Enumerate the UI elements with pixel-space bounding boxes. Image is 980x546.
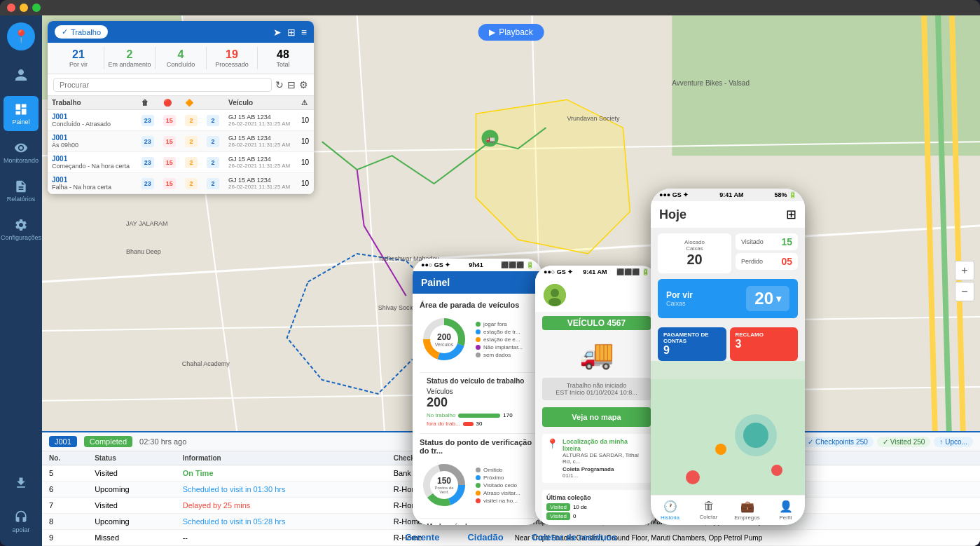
close-btn[interactable] — [7, 4, 15, 12]
work-panel-stats: 21 Por vir 2 Em andamento 4 Concluído — [48, 43, 314, 74]
panel-phone-status: ●●○ GS ✦ Painel 9h41 ⬛⬛⬛ 🔋 — [413, 259, 542, 271]
reclam-card[interactable]: RECLAMO 3 — [730, 327, 799, 361]
svg-point-42 — [715, 444, 726, 455]
map-controls: + − — [955, 261, 974, 301]
sidebar: 📍 Painel Monitorando Relatórios Configur… — [0, 15, 42, 546]
sidebar-item-config[interactable]: Configurações — [4, 212, 39, 247]
col-red: 🔴 — [159, 96, 181, 110]
svg-text:Bhanu Deep: Bhanu Deep — [126, 248, 161, 255]
settings-icon[interactable]: ⚙ — [299, 79, 308, 90]
perdido-card: Perdido 05 — [736, 253, 798, 270]
refresh-icon[interactable]: ↻ — [275, 79, 284, 90]
vehicle-phone: ●●○ GS ✦ 9:41 AM ⬛⬛⬛ 🔋 — [535, 266, 658, 525]
navigation-icon[interactable]: ➤ — [273, 27, 282, 38]
sidebar-item-relatorios[interactable]: Relatórios — [4, 173, 39, 208]
payment-card[interactable]: PAGAMENTO DE CONTAS 9 — [658, 327, 726, 361]
work-panel-table-head: Trabalho 🗑 🔴 🔶 Veículo ⚠ — [48, 96, 314, 110]
sidebar-label-painel: Painel — [12, 118, 29, 125]
sidebar-label-relatorios: Relatórios — [7, 196, 36, 203]
job-status: Concluído - Atrasado — [52, 121, 133, 128]
today-title: Hoje — [659, 207, 686, 222]
gerente-label: Gerente — [405, 532, 439, 542]
vehicle-header — [535, 278, 658, 312]
checkpoints-chip: ✓ Checkpoints 250 — [802, 437, 874, 447]
mac-window: 📍 Painel Monitorando Relatórios Configur… — [0, 0, 980, 546]
col-info: Information — [176, 451, 387, 465]
donut-container-2: 150 Pontos deVerif. Omitido Próximo Visi… — [420, 460, 535, 510]
vehicle-work-status: Status do veículo de trabalho Veículos 2… — [420, 372, 535, 433]
col-status: Status — [88, 451, 176, 465]
donut-center-2: 150 Pontos deVerif. — [434, 476, 453, 494]
info-chips: ✓ Checkpoints 250 ✓ Visited 250 ↑ Upco..… — [802, 437, 973, 447]
work-not-started: Trabalho não iniciado EST Início 01/10/2… — [542, 378, 651, 400]
today-stats: Alocado Caixas 20 Visitado 15 Per — [651, 228, 805, 279]
sidebar-label-apoiar: apoiar — [12, 526, 29, 533]
sidebar-item-upload[interactable] — [4, 465, 39, 500]
table-row[interactable]: J001 Falha - Na hora certa 23 15 2 2 GJ … — [48, 173, 314, 194]
nav-empregos[interactable]: 💼 Empregos — [728, 496, 766, 525]
por-vir-card: Por vir Caixas 20 ▾ — [658, 279, 798, 318]
search-input[interactable] — [53, 78, 272, 92]
location-info: 📍 Localização da minha lixeira ALTURAS D… — [542, 434, 651, 483]
coletor-label: Coletor de resíduos — [532, 532, 617, 542]
donut-center: 200 Veículos — [435, 332, 453, 347]
job-id-badge: J001 — [49, 436, 77, 447]
payment-cards: PAGAMENTO DE CONTAS 9 RECLAMO 3 — [651, 327, 805, 361]
legend-2: Omitido Próximo Visitado cedo Atraso vis… — [476, 467, 520, 504]
donut-chart-2: 150 Pontos deVerif. — [420, 460, 469, 510]
svg-text:Avventure Bikes - Valsad: Avventure Bikes - Valsad — [672, 79, 750, 87]
today-header: Hoje ⊞ — [651, 201, 805, 228]
work-panel-header: ✓ Trabalho ➤ ⊞ ≡ — [48, 21, 314, 43]
nav-historia[interactable]: 🕐 História — [651, 496, 689, 525]
zoom-out-button[interactable]: − — [955, 282, 974, 301]
sidebar-item-user[interactable] — [4, 57, 39, 93]
panel-phone: ●●○ GS ✦ Painel 9h41 ⬛⬛⬛ 🔋 Painel Área d… — [413, 259, 542, 525]
app-container: 📍 Painel Monitorando Relatórios Configur… — [0, 15, 980, 546]
vehicle-icon: 🚛 — [546, 521, 560, 525]
table-row[interactable]: J001 Concluído - Atrasado 23 15 2 2 GJ 1… — [48, 110, 314, 131]
filter-icon[interactable]: ⊟ — [287, 79, 296, 90]
table-row[interactable]: J001 Começando - Na hora certa 23 15 2 2… — [48, 152, 314, 173]
jobs-icon: 💼 — [740, 500, 754, 513]
view-on-map-btn[interactable]: Veja no mapa — [542, 407, 651, 427]
sidebar-item-monitorando[interactable]: Monitorando — [4, 135, 39, 170]
work-panel: ✓ Trabalho ➤ ⊞ ≡ 21 Por vir — [48, 21, 314, 194]
minimize-btn[interactable] — [20, 4, 28, 12]
visitado-card: Visitado 15 — [736, 233, 798, 250]
grid-icon[interactable]: ⊞ — [287, 27, 296, 38]
playback-label: Playback — [499, 27, 533, 37]
checkpoint-status-title: Status do ponto de verificação do tr... — [420, 438, 535, 455]
nav-perfil[interactable]: 👤 Perfil — [766, 496, 805, 525]
work-panel-search: ↻ ⊟ ⚙ — [48, 74, 314, 96]
job-id: J001 — [52, 113, 133, 121]
sidebar-item-apoiar[interactable]: apoiar — [4, 504, 39, 539]
sidebar-item-painel[interactable]: Painel — [4, 96, 39, 131]
stat-total: 48 Total — [259, 47, 307, 69]
panel-content: Área de parada de veículos — [413, 294, 542, 525]
vehicle-id-badge: VEÍCULO 4567 — [542, 316, 651, 330]
zoom-in-button[interactable]: + — [955, 261, 974, 280]
vehicle-screen: VEÍCULO 4567 🚚 Trabalho não iniciado EST… — [535, 278, 658, 525]
mobile-screens: ●●○ GS ✦ Painel 9h41 ⬛⬛⬛ 🔋 Painel Área d… — [413, 189, 805, 525]
upcoming-chip: ↑ Upco... — [934, 437, 973, 447]
today-phone-status: ●●● GS ✦ 9:41 AM 58% 🔋 — [651, 189, 805, 201]
table-row[interactable]: J001 Às 09h00 23 15 2 2 GJ 15 AB 1234 26… — [48, 131, 314, 152]
stat-processado: 19 Processado — [208, 47, 256, 69]
work-panel-table: Trabalho 🗑 🔴 🔶 Veículo ⚠ J001 — [48, 96, 314, 194]
visited-badge: Visited — [546, 503, 570, 511]
list-icon[interactable]: ≡ — [301, 27, 307, 38]
vehicle-avatar — [544, 284, 566, 306]
col-work: Trabalho — [48, 96, 137, 110]
playback-button[interactable]: ▶ Playback — [478, 24, 544, 41]
profile-icon: 👤 — [779, 500, 793, 513]
svg-point-43 — [771, 465, 782, 476]
qr-icon: ⊞ — [786, 207, 796, 222]
maximize-btn[interactable] — [32, 4, 41, 12]
sidebar-label-monitorando: Monitorando — [4, 157, 39, 164]
work-tab[interactable]: ✓ Trabalho — [55, 25, 108, 39]
nav-coletar[interactable]: 🗑 Coletar — [689, 496, 728, 525]
map-area: 🚛 Tadkeshwar Mahadev Shivay Society Chah… — [42, 15, 980, 546]
truck-image: 🚚 — [535, 334, 658, 374]
visited-badge-2: Visited — [546, 512, 570, 520]
col-vehicle: Veículo — [224, 96, 297, 110]
